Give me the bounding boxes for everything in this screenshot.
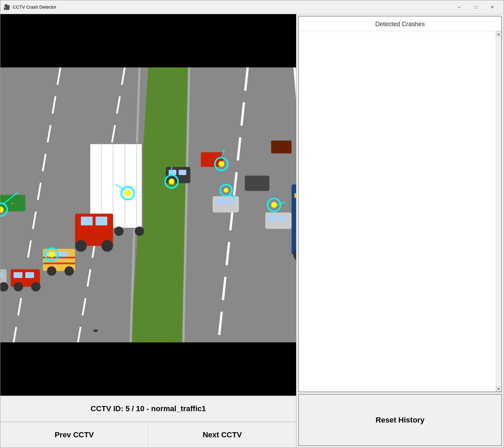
svg-rect-42 [295, 193, 296, 198]
title-bar: 🎥 CCTV Crash Detector – □ ✕ [0, 0, 504, 14]
video-black-top [0, 14, 296, 67]
app-icon: 🎥 [4, 4, 10, 10]
scroll-down-arrow[interactable]: ▼ [496, 386, 502, 392]
svg-rect-73 [225, 199, 233, 204]
detected-crashes-list[interactable] [299, 31, 496, 392]
svg-rect-76 [278, 215, 286, 221]
video-area: → [0, 14, 296, 396]
svg-point-96 [125, 190, 131, 196]
crashes-inner: ▲ ▼ [299, 31, 501, 392]
window-controls: – □ ✕ [451, 2, 500, 13]
reset-history-box[interactable]: Reset History [298, 394, 502, 446]
left-panel: → [0, 14, 296, 448]
svg-rect-69 [169, 170, 176, 175]
video-frame: → [0, 67, 296, 342]
svg-rect-60 [25, 272, 34, 278]
scroll-track [496, 36, 501, 386]
svg-rect-34 [96, 217, 107, 226]
svg-point-108 [271, 202, 277, 208]
svg-point-116 [93, 330, 98, 332]
svg-rect-70 [179, 170, 186, 175]
svg-rect-75 [268, 215, 276, 221]
svg-point-35 [75, 240, 87, 252]
road-scene-svg: → [0, 67, 296, 342]
svg-point-36 [102, 240, 113, 252]
reset-history-button[interactable]: Reset History [376, 416, 424, 425]
scrollbar[interactable]: ▲ ▼ [496, 31, 501, 392]
window-title: CCTV Crash Detector [13, 4, 451, 10]
svg-rect-72 [216, 199, 223, 204]
svg-point-38 [135, 226, 144, 236]
svg-point-62 [31, 282, 41, 291]
bottom-bar: CCTV ID: 5 / 10 - normal_traffic1 Prev C… [0, 396, 296, 448]
svg-point-102 [219, 161, 224, 167]
nav-buttons: Prev CCTV Next CCTV [0, 422, 296, 448]
svg-point-99 [169, 179, 175, 184]
svg-point-61 [14, 282, 23, 291]
svg-rect-59 [14, 272, 23, 278]
main-window: 🎥 CCTV Crash Detector – □ ✕ [0, 0, 504, 448]
svg-rect-65 [0, 272, 2, 278]
cctv-id-display: CCTV ID: 5 / 10 - normal_traffic1 [0, 396, 296, 422]
video-black-bottom [0, 342, 296, 396]
svg-text:→: → [10, 201, 14, 206]
next-cctv-button[interactable]: Next CCTV [148, 422, 296, 448]
svg-rect-77 [245, 176, 269, 191]
svg-point-51 [47, 266, 56, 276]
svg-point-52 [64, 266, 74, 276]
maximize-button[interactable]: □ [468, 2, 484, 13]
right-panel: Detected Crashes ▲ ▼ Reset History [296, 14, 504, 448]
cctv-id-text: CCTV ID: 5 / 10 - normal_traffic1 [91, 404, 206, 413]
prev-cctv-button[interactable]: Prev CCTV [0, 422, 148, 448]
svg-rect-33 [81, 217, 93, 226]
svg-point-37 [114, 226, 124, 236]
main-content: → [0, 14, 504, 448]
close-button[interactable]: ✕ [484, 2, 500, 13]
svg-point-93 [49, 252, 55, 258]
minimize-button[interactable]: – [451, 2, 467, 13]
svg-rect-79 [271, 141, 292, 153]
svg-point-105 [224, 188, 229, 193]
detected-crashes-box: Detected Crashes ▲ ▼ [298, 16, 502, 392]
scroll-up-arrow[interactable]: ▲ [496, 31, 502, 36]
detected-crashes-header: Detected Crashes [299, 17, 501, 31]
